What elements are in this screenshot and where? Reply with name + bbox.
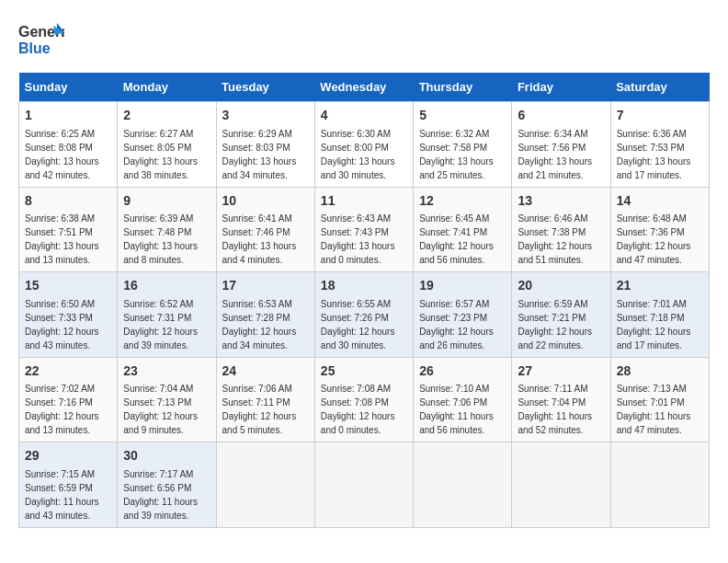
day-info: Sunrise: 6:53 AMSunset: 7:28 PMDaylight:… [222, 297, 309, 352]
day-info: Sunrise: 6:46 AMSunset: 7:38 PMDaylight:… [518, 212, 604, 267]
day-cell: 5Sunrise: 6:32 AMSunset: 7:58 PMDaylight… [414, 102, 512, 188]
day-info: Sunrise: 6:34 AMSunset: 7:56 PMDaylight:… [518, 127, 604, 182]
day-number: 12 [419, 192, 506, 211]
day-number: 3 [222, 107, 309, 125]
day-cell: 1Sunrise: 6:25 AMSunset: 8:08 PMDaylight… [19, 102, 118, 188]
day-number: 25 [321, 362, 407, 381]
day-info: Sunrise: 6:52 AMSunset: 7:31 PMDaylight:… [123, 297, 210, 352]
day-cell: 14Sunrise: 6:48 AMSunset: 7:36 PMDayligh… [610, 187, 709, 272]
day-cell: 21Sunrise: 7:01 AMSunset: 7:18 PMDayligh… [610, 272, 709, 358]
empty-cell [512, 442, 610, 528]
day-number: 24 [222, 362, 309, 381]
calendar-week-row: 22Sunrise: 7:02 AMSunset: 7:16 PMDayligh… [19, 357, 710, 442]
day-cell: 3Sunrise: 6:29 AMSunset: 8:03 PMDaylight… [216, 102, 314, 188]
day-cell: 2Sunrise: 6:27 AMSunset: 8:05 PMDaylight… [118, 102, 216, 188]
day-number: 6 [518, 107, 604, 125]
day-info: Sunrise: 6:32 AMSunset: 7:58 PMDaylight:… [419, 127, 506, 182]
day-number: 5 [419, 107, 506, 125]
day-info: Sunrise: 6:30 AMSunset: 8:00 PMDaylight:… [321, 127, 407, 182]
day-number: 26 [419, 362, 506, 381]
day-info: Sunrise: 6:43 AMSunset: 7:43 PMDaylight:… [321, 212, 407, 267]
day-number: 29 [25, 447, 111, 465]
day-cell: 6Sunrise: 6:34 AMSunset: 7:56 PMDaylight… [512, 102, 610, 188]
day-cell: 29Sunrise: 7:15 AMSunset: 6:59 PMDayligh… [19, 442, 118, 528]
day-header-tuesday: Tuesday [216, 73, 314, 102]
day-number: 23 [123, 362, 210, 381]
calendar-week-row: 8Sunrise: 6:38 AMSunset: 7:51 PMDaylight… [19, 187, 710, 272]
day-cell: 15Sunrise: 6:50 AMSunset: 7:33 PMDayligh… [19, 272, 118, 358]
day-info: Sunrise: 7:02 AMSunset: 7:16 PMDaylight:… [25, 382, 111, 437]
day-info: Sunrise: 7:04 AMSunset: 7:13 PMDaylight:… [123, 382, 210, 437]
day-cell: 23Sunrise: 7:04 AMSunset: 7:13 PMDayligh… [118, 357, 216, 442]
calendar-week-row: 1Sunrise: 6:25 AMSunset: 8:08 PMDaylight… [19, 102, 710, 188]
day-number: 22 [25, 362, 111, 381]
day-cell: 27Sunrise: 7:11 AMSunset: 7:04 PMDayligh… [512, 357, 610, 442]
day-info: Sunrise: 7:15 AMSunset: 6:59 PMDaylight:… [25, 467, 111, 523]
day-info: Sunrise: 6:48 AMSunset: 7:36 PMDaylight:… [617, 212, 703, 267]
day-number: 10 [222, 192, 309, 211]
logo: General Blue [18, 18, 64, 63]
day-info: Sunrise: 6:45 AMSunset: 7:41 PMDaylight:… [419, 212, 506, 267]
day-info: Sunrise: 6:41 AMSunset: 7:46 PMDaylight:… [222, 212, 309, 267]
day-number: 20 [518, 277, 604, 295]
day-info: Sunrise: 7:17 AMSunset: 6:56 PMDaylight:… [123, 467, 210, 523]
day-info: Sunrise: 6:50 AMSunset: 7:33 PMDaylight:… [25, 297, 111, 352]
day-cell: 30Sunrise: 7:17 AMSunset: 6:56 PMDayligh… [118, 442, 216, 528]
day-cell: 11Sunrise: 6:43 AMSunset: 7:43 PMDayligh… [314, 187, 413, 272]
day-number: 19 [419, 277, 506, 295]
day-cell: 13Sunrise: 6:46 AMSunset: 7:38 PMDayligh… [512, 187, 610, 272]
day-cell: 16Sunrise: 6:52 AMSunset: 7:31 PMDayligh… [118, 272, 216, 358]
day-cell: 4Sunrise: 6:30 AMSunset: 8:00 PMDaylight… [314, 102, 413, 188]
day-cell: 26Sunrise: 7:10 AMSunset: 7:06 PMDayligh… [414, 357, 512, 442]
day-number: 9 [123, 192, 210, 211]
empty-cell [314, 442, 413, 528]
day-number: 18 [321, 277, 407, 295]
calendar-table: SundayMondayTuesdayWednesdayThursdayFrid… [18, 73, 710, 528]
day-info: Sunrise: 7:06 AMSunset: 7:11 PMDaylight:… [222, 382, 309, 437]
day-info: Sunrise: 6:29 AMSunset: 8:03 PMDaylight:… [222, 127, 309, 182]
empty-cell [610, 442, 709, 528]
day-cell: 10Sunrise: 6:41 AMSunset: 7:46 PMDayligh… [216, 187, 314, 272]
day-number: 4 [321, 107, 407, 125]
day-number: 1 [25, 107, 111, 125]
day-header-wednesday: Wednesday [314, 73, 413, 102]
day-info: Sunrise: 7:08 AMSunset: 7:08 PMDaylight:… [321, 382, 407, 437]
day-number: 15 [25, 277, 111, 295]
day-info: Sunrise: 6:25 AMSunset: 8:08 PMDaylight:… [25, 127, 111, 182]
day-number: 27 [518, 362, 604, 381]
empty-cell [414, 442, 512, 528]
day-info: Sunrise: 6:55 AMSunset: 7:26 PMDaylight:… [321, 297, 407, 352]
empty-cell [216, 442, 314, 528]
day-cell: 9Sunrise: 6:39 AMSunset: 7:48 PMDaylight… [118, 187, 216, 272]
day-header-friday: Friday [512, 73, 610, 102]
day-cell: 18Sunrise: 6:55 AMSunset: 7:26 PMDayligh… [314, 272, 413, 358]
day-info: Sunrise: 6:38 AMSunset: 7:51 PMDaylight:… [25, 212, 111, 267]
day-cell: 19Sunrise: 6:57 AMSunset: 7:23 PMDayligh… [414, 272, 512, 358]
calendar-week-row: 15Sunrise: 6:50 AMSunset: 7:33 PMDayligh… [19, 272, 710, 358]
svg-text:Blue: Blue [18, 40, 51, 56]
day-cell: 20Sunrise: 6:59 AMSunset: 7:21 PMDayligh… [512, 272, 610, 358]
day-info: Sunrise: 6:39 AMSunset: 7:48 PMDaylight:… [123, 212, 210, 267]
day-header-sunday: Sunday [19, 73, 118, 102]
day-number: 28 [617, 362, 703, 381]
day-cell: 24Sunrise: 7:06 AMSunset: 7:11 PMDayligh… [216, 357, 314, 442]
day-number: 2 [123, 107, 210, 125]
day-number: 17 [222, 277, 309, 295]
day-number: 7 [617, 107, 703, 125]
day-info: Sunrise: 7:10 AMSunset: 7:06 PMDaylight:… [419, 382, 506, 437]
day-cell: 8Sunrise: 6:38 AMSunset: 7:51 PMDaylight… [19, 187, 118, 272]
day-info: Sunrise: 6:59 AMSunset: 7:21 PMDaylight:… [518, 297, 604, 352]
day-cell: 28Sunrise: 7:13 AMSunset: 7:01 PMDayligh… [610, 357, 709, 442]
logo-icon: General Blue [18, 18, 64, 63]
day-cell: 22Sunrise: 7:02 AMSunset: 7:16 PMDayligh… [19, 357, 118, 442]
day-number: 13 [518, 192, 604, 211]
day-header-monday: Monday [118, 73, 216, 102]
day-number: 16 [123, 277, 210, 295]
day-info: Sunrise: 7:11 AMSunset: 7:04 PMDaylight:… [518, 382, 604, 437]
day-info: Sunrise: 6:27 AMSunset: 8:05 PMDaylight:… [123, 127, 210, 182]
day-info: Sunrise: 6:36 AMSunset: 7:53 PMDaylight:… [617, 127, 703, 182]
day-number: 21 [617, 277, 703, 295]
day-number: 11 [321, 192, 407, 211]
day-info: Sunrise: 6:57 AMSunset: 7:23 PMDaylight:… [419, 297, 506, 352]
day-number: 8 [25, 192, 111, 211]
